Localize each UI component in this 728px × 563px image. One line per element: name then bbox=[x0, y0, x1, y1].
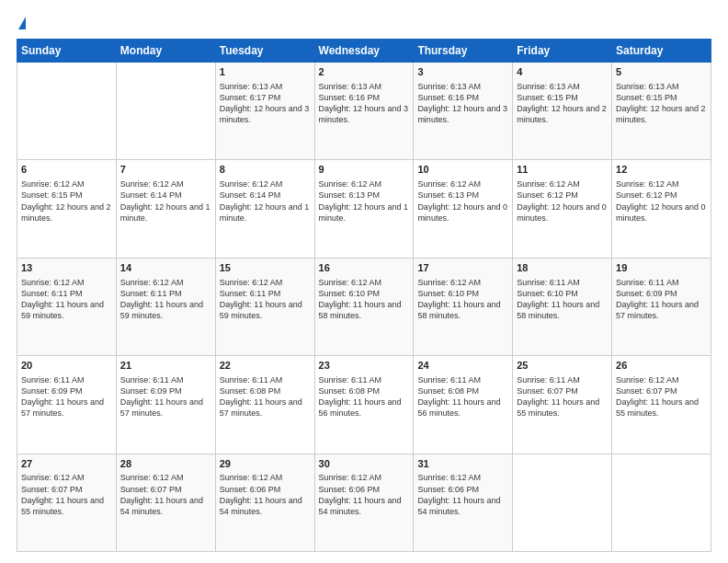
calendar-cell: 16Sunrise: 6:12 AM Sunset: 6:10 PM Dayli… bbox=[314, 258, 414, 355]
calendar-cell: 21Sunrise: 6:11 AM Sunset: 6:09 PM Dayli… bbox=[116, 356, 215, 454]
calendar-cell: 27Sunrise: 6:12 AM Sunset: 6:07 PM Dayli… bbox=[17, 454, 117, 551]
cell-content: Sunrise: 6:13 AM Sunset: 6:16 PM Dayligh… bbox=[417, 81, 508, 126]
cell-content: Sunrise: 6:12 AM Sunset: 6:14 PM Dayligh… bbox=[220, 178, 311, 224]
cell-content: Sunrise: 6:11 AM Sunset: 6:08 PM Dayligh… bbox=[417, 374, 508, 419]
calendar-cell: 4Sunrise: 6:13 AM Sunset: 6:15 PM Daylig… bbox=[513, 63, 612, 160]
calendar-cell: 3Sunrise: 6:13 AM Sunset: 6:16 PM Daylig… bbox=[414, 63, 513, 160]
day-number: 24 bbox=[417, 359, 508, 373]
cell-content: Sunrise: 6:13 AM Sunset: 6:16 PM Dayligh… bbox=[319, 81, 410, 126]
header-wednesday: Wednesday bbox=[314, 40, 414, 63]
cell-content: Sunrise: 6:12 AM Sunset: 6:06 PM Dayligh… bbox=[417, 472, 508, 517]
day-number: 1 bbox=[220, 65, 311, 79]
logo-icon bbox=[18, 17, 26, 29]
calendar-cell bbox=[612, 454, 711, 551]
day-number: 8 bbox=[220, 163, 311, 177]
cell-content: Sunrise: 6:11 AM Sunset: 6:09 PM Dayligh… bbox=[616, 277, 707, 322]
cell-content: Sunrise: 6:13 AM Sunset: 6:15 PM Dayligh… bbox=[517, 81, 608, 126]
calendar-cell: 10Sunrise: 6:12 AM Sunset: 6:13 PM Dayli… bbox=[414, 160, 513, 258]
cell-content: Sunrise: 6:12 AM Sunset: 6:07 PM Dayligh… bbox=[120, 472, 211, 517]
logo bbox=[17, 17, 26, 29]
calendar-cell: 6Sunrise: 6:12 AM Sunset: 6:15 PM Daylig… bbox=[17, 160, 117, 258]
cell-content: Sunrise: 6:12 AM Sunset: 6:12 PM Dayligh… bbox=[517, 178, 608, 224]
day-number: 20 bbox=[21, 359, 112, 373]
header-sunday: Sunday bbox=[17, 40, 117, 63]
cell-content: Sunrise: 6:11 AM Sunset: 6:10 PM Dayligh… bbox=[517, 277, 608, 322]
day-number: 11 bbox=[517, 163, 608, 177]
calendar-cell: 1Sunrise: 6:13 AM Sunset: 6:17 PM Daylig… bbox=[215, 63, 314, 160]
calendar-cell: 7Sunrise: 6:12 AM Sunset: 6:14 PM Daylig… bbox=[116, 160, 215, 258]
cell-content: Sunrise: 6:12 AM Sunset: 6:11 PM Dayligh… bbox=[21, 277, 112, 322]
calendar-cell bbox=[17, 63, 117, 160]
calendar-cell: 24Sunrise: 6:11 AM Sunset: 6:08 PM Dayli… bbox=[414, 356, 513, 454]
calendar-cell: 29Sunrise: 6:12 AM Sunset: 6:06 PM Dayli… bbox=[215, 454, 314, 551]
day-number: 21 bbox=[120, 359, 211, 373]
day-number: 4 bbox=[517, 65, 608, 79]
cell-content: Sunrise: 6:11 AM Sunset: 6:09 PM Dayligh… bbox=[120, 374, 211, 419]
day-number: 31 bbox=[417, 457, 508, 471]
day-number: 25 bbox=[517, 359, 608, 373]
header-monday: Monday bbox=[116, 40, 215, 63]
day-number: 15 bbox=[220, 261, 311, 275]
day-number: 9 bbox=[319, 163, 410, 177]
cell-content: Sunrise: 6:12 AM Sunset: 6:06 PM Dayligh… bbox=[220, 472, 311, 517]
header-friday: Friday bbox=[513, 40, 612, 63]
calendar-week-4: 20Sunrise: 6:11 AM Sunset: 6:09 PM Dayli… bbox=[17, 356, 711, 454]
day-number: 10 bbox=[417, 163, 508, 177]
calendar-cell: 26Sunrise: 6:12 AM Sunset: 6:07 PM Dayli… bbox=[612, 356, 711, 454]
cell-content: Sunrise: 6:12 AM Sunset: 6:13 PM Dayligh… bbox=[417, 178, 508, 224]
calendar-week-1: 1Sunrise: 6:13 AM Sunset: 6:17 PM Daylig… bbox=[17, 63, 711, 160]
calendar-cell: 30Sunrise: 6:12 AM Sunset: 6:06 PM Dayli… bbox=[314, 454, 414, 551]
header bbox=[17, 17, 711, 29]
day-number: 29 bbox=[220, 457, 311, 471]
cell-content: Sunrise: 6:12 AM Sunset: 6:07 PM Dayligh… bbox=[21, 472, 112, 517]
calendar-cell: 14Sunrise: 6:12 AM Sunset: 6:11 PM Dayli… bbox=[116, 258, 215, 355]
day-number: 3 bbox=[417, 65, 508, 79]
calendar-cell bbox=[116, 63, 215, 160]
calendar-cell: 28Sunrise: 6:12 AM Sunset: 6:07 PM Dayli… bbox=[116, 454, 215, 551]
calendar-week-2: 6Sunrise: 6:12 AM Sunset: 6:15 PM Daylig… bbox=[17, 160, 711, 258]
calendar: Sunday Monday Tuesday Wednesday Thursday… bbox=[17, 39, 711, 552]
calendar-cell: 12Sunrise: 6:12 AM Sunset: 6:12 PM Dayli… bbox=[612, 160, 711, 258]
calendar-table: Sunday Monday Tuesday Wednesday Thursday… bbox=[17, 39, 711, 552]
calendar-cell: 31Sunrise: 6:12 AM Sunset: 6:06 PM Dayli… bbox=[414, 454, 513, 551]
calendar-cell: 17Sunrise: 6:12 AM Sunset: 6:10 PM Dayli… bbox=[414, 258, 513, 355]
cell-content: Sunrise: 6:13 AM Sunset: 6:17 PM Dayligh… bbox=[220, 81, 311, 126]
cell-content: Sunrise: 6:12 AM Sunset: 6:10 PM Dayligh… bbox=[417, 277, 508, 322]
calendar-cell: 13Sunrise: 6:12 AM Sunset: 6:11 PM Dayli… bbox=[17, 258, 117, 355]
cell-content: Sunrise: 6:12 AM Sunset: 6:14 PM Dayligh… bbox=[120, 178, 211, 224]
day-number: 7 bbox=[120, 163, 211, 177]
day-number: 19 bbox=[616, 261, 707, 275]
calendar-cell: 19Sunrise: 6:11 AM Sunset: 6:09 PM Dayli… bbox=[612, 258, 711, 355]
calendar-cell bbox=[513, 454, 612, 551]
day-number: 6 bbox=[21, 163, 112, 177]
day-number: 13 bbox=[21, 261, 112, 275]
day-number: 28 bbox=[120, 457, 211, 471]
header-thursday: Thursday bbox=[414, 40, 513, 63]
cell-content: Sunrise: 6:13 AM Sunset: 6:15 PM Dayligh… bbox=[616, 81, 707, 126]
cell-content: Sunrise: 6:11 AM Sunset: 6:07 PM Dayligh… bbox=[517, 374, 608, 419]
cell-content: Sunrise: 6:12 AM Sunset: 6:11 PM Dayligh… bbox=[220, 277, 311, 322]
day-number: 22 bbox=[220, 359, 311, 373]
cell-content: Sunrise: 6:11 AM Sunset: 6:08 PM Dayligh… bbox=[220, 374, 311, 419]
calendar-cell: 15Sunrise: 6:12 AM Sunset: 6:11 PM Dayli… bbox=[215, 258, 314, 355]
header-tuesday: Tuesday bbox=[215, 40, 314, 63]
calendar-week-3: 13Sunrise: 6:12 AM Sunset: 6:11 PM Dayli… bbox=[17, 258, 711, 355]
cell-content: Sunrise: 6:11 AM Sunset: 6:08 PM Dayligh… bbox=[319, 374, 410, 419]
day-number: 14 bbox=[120, 261, 211, 275]
header-row: Sunday Monday Tuesday Wednesday Thursday… bbox=[17, 40, 711, 63]
day-number: 23 bbox=[319, 359, 410, 373]
cell-content: Sunrise: 6:12 AM Sunset: 6:13 PM Dayligh… bbox=[319, 178, 410, 224]
day-number: 17 bbox=[417, 261, 508, 275]
calendar-cell: 9Sunrise: 6:12 AM Sunset: 6:13 PM Daylig… bbox=[314, 160, 414, 258]
page: Sunday Monday Tuesday Wednesday Thursday… bbox=[0, 0, 728, 563]
calendar-cell: 20Sunrise: 6:11 AM Sunset: 6:09 PM Dayli… bbox=[17, 356, 117, 454]
day-number: 26 bbox=[616, 359, 707, 373]
cell-content: Sunrise: 6:12 AM Sunset: 6:06 PM Dayligh… bbox=[319, 472, 410, 517]
calendar-cell: 8Sunrise: 6:12 AM Sunset: 6:14 PM Daylig… bbox=[215, 160, 314, 258]
calendar-cell: 25Sunrise: 6:11 AM Sunset: 6:07 PM Dayli… bbox=[513, 356, 612, 454]
day-number: 18 bbox=[517, 261, 608, 275]
day-number: 2 bbox=[319, 65, 410, 79]
calendar-week-5: 27Sunrise: 6:12 AM Sunset: 6:07 PM Dayli… bbox=[17, 454, 711, 551]
calendar-cell: 22Sunrise: 6:11 AM Sunset: 6:08 PM Dayli… bbox=[215, 356, 314, 454]
day-number: 27 bbox=[21, 457, 112, 471]
